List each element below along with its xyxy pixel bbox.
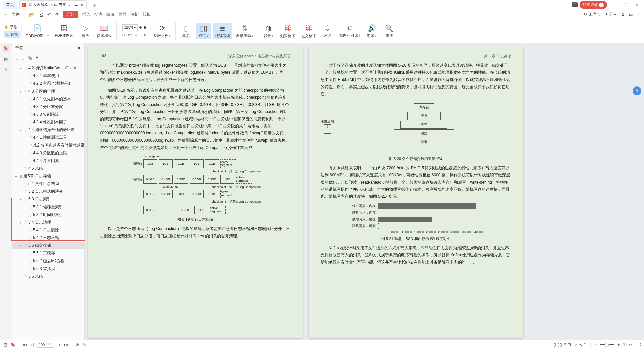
full-translate-button[interactable]: 译全文翻译 <box>299 22 318 40</box>
bookmark-node[interactable]: ▯5.4.2 日志压缩 <box>12 234 84 242</box>
bookmark-node[interactable]: ▸▯第5章 日志存储 <box>12 172 84 180</box>
open-icon[interactable]: 📂 <box>29 12 35 17</box>
bookmark-node[interactable]: ▸▯5.4 日志清理 <box>12 219 84 226</box>
rotate-button[interactable]: ⟳旋转文档 <box>152 23 173 40</box>
menu-insert[interactable]: 插入 <box>82 12 90 17</box>
read-aloud-button[interactable]: 🔊朗读 <box>364 23 380 40</box>
hand-tool[interactable]: ✋ 手型 <box>4 25 20 30</box>
window-icon[interactable]: ▭ <box>629 12 633 17</box>
sidebar-close-icon[interactable]: ✕ <box>77 46 81 50</box>
bookmark-node[interactable]: ▯4.5 总结 <box>12 165 84 172</box>
nav-icon[interactable]: ⚑ <box>35 56 39 60</box>
menu-annotate[interactable]: 批注 <box>94 12 102 17</box>
word-translate-button[interactable]: 译划词翻译 <box>278 22 297 40</box>
bookmark-node[interactable]: ▯5.5.3 零拷贝 <box>12 265 84 273</box>
hamburger-icon[interactable]: ☰ <box>3 12 8 17</box>
autoscroll-button[interactable]: ⇅自动滚动 <box>234 23 255 40</box>
bookmark-node[interactable]: ▸▯4.3 分区的管理 <box>12 88 84 95</box>
status-bookmarks-icon[interactable]: 🔖 <box>10 342 15 347</box>
minimize-icon[interactable]: — <box>609 2 619 7</box>
bookmark-node[interactable]: ▯4.4.2 分区数越多吞吐量就越高吗 <box>12 141 84 149</box>
bookmark-node[interactable]: ▯4.3.2 分区重分配 <box>12 103 84 111</box>
redo-icon[interactable]: ↷ <box>55 12 59 17</box>
unsync-button[interactable]: ⟳ 未同步 <box>584 12 600 17</box>
float-tool-icon[interactable]: ✎ <box>633 86 641 95</box>
bookmark-node[interactable]: ▸▯4.2 初识 KafkaAdminClient <box>12 64 84 72</box>
bookmark-node[interactable]: ▯4.4.3 分区数的上限 <box>12 149 84 157</box>
maximize-icon[interactable]: ▢ <box>621 2 630 7</box>
screenshot-compare-button[interactable]: ⧉截图和对比 <box>337 23 362 39</box>
bookmark-node[interactable]: ▯4.3.3 复制限流 <box>12 111 84 118</box>
collapse-all-icon[interactable]: ⊟ <box>21 56 25 60</box>
add-tab-button[interactable]: ＋ <box>89 1 100 9</box>
bookmark-node[interactable]: ▸▯4.4 如何选择合适的分区数 <box>12 126 84 134</box>
bookmark-node[interactable]: ▯4.4.4 考量因素 <box>12 157 84 165</box>
status-page-input[interactable]: 199 <box>39 343 45 347</box>
bookmark-node[interactable]: ▯5.3.2 时间戳索引 <box>12 211 84 219</box>
bookmark-node[interactable]: ▯5.6 总结 <box>12 273 84 280</box>
collapse-ribbon-icon[interactable]: ︿ <box>637 12 641 17</box>
print-icon[interactable]: 🖨 <box>39 12 43 17</box>
read-mode-button[interactable]: 📖阅读模式 <box>95 23 114 40</box>
prev-page-icon[interactable]: ◁ <box>122 33 124 37</box>
zoom-select[interactable]: 125% ▾ <box>122 24 137 31</box>
document-tab[interactable]: P 深入理解Kafka...与实践原理.pdf ☁ ✕ <box>19 0 87 9</box>
status-add-bookmark-icon[interactable]: ⊕ <box>76 342 79 347</box>
page-number-input[interactable]: 199 <box>127 33 133 37</box>
close-window-icon[interactable]: ✕ <box>632 2 641 7</box>
menu-start[interactable]: 开始 <box>63 11 78 18</box>
menu-file[interactable]: 文件 <box>12 12 20 17</box>
select-tool[interactable]: ▭ 选择 <box>4 31 20 38</box>
bookmark-node[interactable]: ▯5.1 文件目录布局 <box>12 180 84 188</box>
login-button[interactable]: 访客登录 <box>580 1 607 9</box>
bookmark-node[interactable]: ▯5.5.2 磁盘I/O流程 <box>12 257 84 265</box>
close-icon[interactable]: ✕ <box>80 3 84 7</box>
double-page-button[interactable]: ▯▯双页 <box>196 23 211 39</box>
next-page-icon[interactable]: ▷ <box>144 33 147 37</box>
status-first-page-icon[interactable]: ⏮ <box>23 342 27 347</box>
view-mode-icons[interactable]: ▯ ▯▯ ⊞ ⊡ <box>554 342 571 347</box>
zoom-out-status-icon[interactable]: − <box>594 342 597 347</box>
play-button[interactable]: ▷播放 <box>77 23 93 40</box>
bookmark-rail-icon[interactable]: 🔖 <box>3 45 9 52</box>
status-prev-page-icon[interactable]: ◁ <box>31 342 34 347</box>
pdf-to-image-button[interactable]: 🖼PDF转图片 <box>53 23 75 39</box>
bookmark-node[interactable]: ▯4.2.2 主题合法性验证 <box>12 80 84 88</box>
expand-all-icon[interactable]: ⊞ <box>15 56 19 60</box>
background-button[interactable]: ◑背景 <box>261 23 276 40</box>
bookmark-node[interactable]: ▯4.3.1 优先副本的选举 <box>12 95 84 103</box>
undo-icon[interactable]: ↶ <box>47 12 51 17</box>
bookmark-node[interactable]: ▯5.3.1 偏移量索引 <box>12 203 84 211</box>
status-thumbnails-icon[interactable]: ▤ <box>3 342 7 347</box>
single-page-button[interactable]: ▯单页 <box>178 23 194 40</box>
menu-protect[interactable]: 保护 <box>130 12 139 17</box>
bookmark-node[interactable]: ▯4.3.4 修改副本因子 <box>12 118 84 126</box>
status-next-page-icon[interactable]: ▷ <box>58 342 61 347</box>
bookmark-node[interactable]: ▯5.2 日志格式的演变 <box>12 188 84 195</box>
settings-icon[interactable]: ⚙ <box>621 12 625 17</box>
fit-icons[interactable]: ⤢ ⤡ ⊡ <box>574 342 587 347</box>
zoom-slider[interactable]: ━━◯━━ <box>600 342 614 347</box>
menu-page[interactable]: 页面 <box>118 12 126 17</box>
zoom-out-icon[interactable]: ⊖ <box>139 25 142 30</box>
zoom-in-icon[interactable]: ⊕ <box>143 25 146 30</box>
bookmark-node[interactable]: ▯5.5.1 页缓存 <box>12 249 84 257</box>
annotations-rail-icon[interactable]: ✎ <box>3 66 9 73</box>
bookmark-node[interactable]: ▯4.4.1 性能测试工具 <box>12 134 84 141</box>
menu-convert[interactable]: 转换 <box>143 12 151 17</box>
fullscreen-icon[interactable]: ⛶ <box>637 342 641 347</box>
status-last-page-icon[interactable]: ⏭ <box>64 342 68 347</box>
bookmark-node[interactable]: ▸▯5.3 日志索引 <box>12 195 84 203</box>
compress-button[interactable]: ⇩压缩 <box>320 23 335 40</box>
menu-edit[interactable]: 编辑 <box>106 12 114 17</box>
continuous-button[interactable]: ≣连续阅读 <box>213 23 232 39</box>
share-button[interactable]: ✈ 分享 <box>605 12 617 17</box>
find-button[interactable]: 🔍查找 <box>382 23 397 40</box>
thumbnails-rail-icon[interactable]: ▤ <box>3 56 9 62</box>
home-tab[interactable]: 首页 <box>3 1 17 9</box>
zoom-in-status-icon[interactable]: + <box>617 342 620 347</box>
bookmark-node[interactable]: ▸▯5.5 磁盘存储 <box>12 242 84 249</box>
bookmark-node[interactable]: ▯5.4.1 日志删除 <box>12 226 84 234</box>
status-edit-icon[interactable]: ✎ <box>83 342 86 347</box>
bookmark-node[interactable]: ▯4.2.1 基本使用 <box>12 72 84 80</box>
